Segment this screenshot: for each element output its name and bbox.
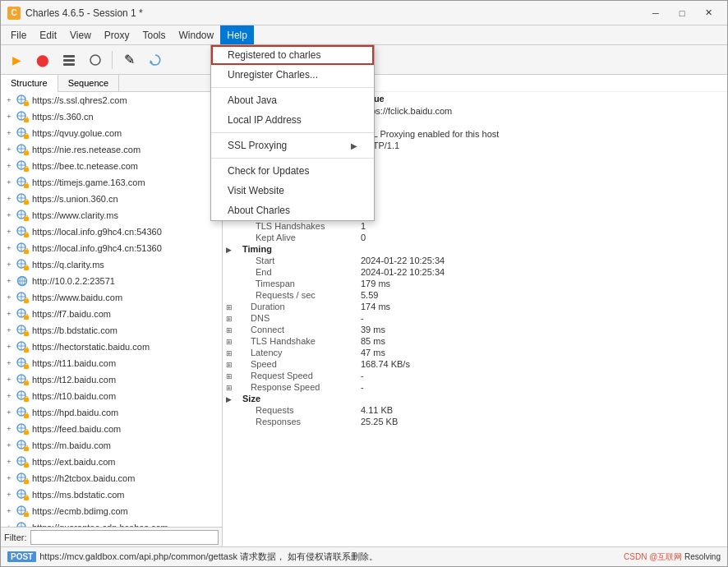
tree-item-label: https://ms.bdstatic.com	[32, 490, 124, 500]
tree-item[interactable]: + https://www.baidu.com	[1, 289, 222, 306]
tree-item[interactable]: + http://10.0.2.2:23571	[1, 273, 222, 289]
ssl-icon	[16, 242, 29, 255]
toolbar-pen-button[interactable]: ✎	[117, 48, 141, 71]
menu-item-registered[interactable]: Registered to charles	[211, 45, 374, 65]
tree-item[interactable]: + https://s.union.360.cn	[1, 191, 222, 207]
menu-item-ssl_proxying[interactable]: SSL Proxying▶	[211, 136, 374, 155]
menu-item-local_ip[interactable]: Local IP Address	[211, 110, 374, 130]
tree-expand-icon: +	[4, 161, 14, 171]
menu-help[interactable]: Help	[220, 25, 254, 44]
row-value: -	[354, 370, 727, 381]
toolbar-stop-button[interactable]: ⬤	[30, 48, 55, 71]
svg-rect-72	[24, 316, 29, 320]
menu-view[interactable]: View	[63, 25, 98, 44]
tree-item[interactable]: + https://s.360.cn	[1, 108, 222, 125]
ssl-icon	[16, 373, 29, 386]
toolbar-refresh-button[interactable]	[143, 48, 168, 71]
tree-item[interactable]: + https://local.info.g9hc4.cn:54360	[1, 224, 222, 240]
row-label: Start	[239, 255, 354, 266]
ssl-icon	[16, 110, 29, 123]
window-title: Charles 4.6.5 - Session 1 *	[25, 7, 143, 19]
toolbar-sep-1	[112, 51, 113, 69]
tree-item[interactable]: + https://ecmb.bdimg.com	[1, 503, 222, 519]
menu-edit[interactable]: Edit	[33, 25, 63, 44]
minimize-button[interactable]: ─	[643, 5, 668, 21]
toolbar-start-button[interactable]: ▶	[4, 48, 29, 71]
col-value-header: Value	[354, 92, 727, 105]
tree-item[interactable]: + https://nie.res.netease.com	[1, 141, 222, 158]
tree-item[interactable]: + https://ext.baidu.com	[1, 454, 222, 470]
tree-item[interactable]: + https://q.clarity.ms	[1, 256, 222, 273]
tree-item[interactable]: + https://qvuy.golue.com	[1, 125, 222, 141]
tab-structure[interactable]: Structure	[1, 75, 58, 92]
tree-item[interactable]: + https://feed.baidu.com	[1, 421, 222, 437]
tree-item[interactable]: + https://hpd.baidu.com	[1, 404, 222, 421]
row-value: https://fclick.baidu.com	[354, 105, 727, 117]
tree-item[interactable]: + https://t10.baidu.com	[1, 388, 222, 404]
menu-proxy[interactable]: Proxy	[98, 25, 136, 44]
expand-icon[interactable]: ⊞	[223, 301, 239, 312]
menu-tools[interactable]: Tools	[136, 25, 173, 44]
svg-rect-77	[24, 332, 29, 336]
menu-item-unregister[interactable]: Unregister Charles...	[211, 65, 374, 85]
tree-item[interactable]: + https://timejs.game.163.com	[1, 174, 222, 191]
tree-item[interactable]: + https://bee.tc.netease.com	[1, 158, 222, 174]
expand-icon[interactable]: ⊞	[223, 347, 239, 358]
tab-sequence[interactable]: Sequence	[58, 75, 120, 91]
expand-icon[interactable]: ⊞	[223, 335, 239, 347]
toolbar-session-button[interactable]	[57, 48, 81, 71]
expand-icon[interactable]: ⊞	[223, 324, 239, 335]
menu-item-visit_website[interactable]: Visit Website	[211, 181, 374, 201]
data-row: ▶ Size	[223, 393, 727, 404]
svg-rect-107	[24, 431, 29, 435]
tree-item-label: https://ecmb.bdimg.com	[32, 506, 128, 516]
expand-icon[interactable]: ⊞	[223, 312, 239, 324]
svg-rect-112	[24, 447, 29, 451]
expand-icon[interactable]: ⊞	[223, 370, 239, 381]
tree-expand-icon: +	[4, 243, 14, 253]
svg-rect-0	[63, 55, 75, 58]
svg-rect-8	[24, 102, 29, 106]
tree-item[interactable]: + https://m.baidu.com	[1, 437, 222, 454]
svg-rect-2	[63, 63, 75, 66]
row-value: 1	[354, 220, 727, 232]
svg-rect-53	[24, 250, 29, 254]
tree-item-label: https://www.clarity.ms	[32, 210, 118, 220]
tree-item[interactable]: + https://hectorstatic.baidu.com	[1, 339, 222, 355]
tree-expand-icon: +	[4, 112, 14, 122]
expand-icon[interactable]: ⊞	[223, 358, 239, 370]
menu-file[interactable]: File	[4, 25, 33, 44]
menu-item-about_java[interactable]: About Java	[211, 90, 374, 110]
row-label: End	[239, 266, 354, 278]
filter-input[interactable]	[30, 530, 219, 545]
tree-item[interactable]: + https://s.ssl.qhres2.com	[1, 92, 222, 108]
tree-container[interactable]: + https://s.ssl.qhres2.com+ https://s.36…	[1, 92, 222, 527]
tree-item[interactable]: + https://t12.baidu.com	[1, 371, 222, 388]
tree-item[interactable]: + https://b.bdstatic.com	[1, 322, 222, 339]
svg-rect-67	[24, 299, 29, 303]
tree-item[interactable]: + https://local.info.g9hc4.cn:51360	[1, 240, 222, 256]
tree-item[interactable]: + https://t11.baidu.com	[1, 355, 222, 371]
tree-item[interactable]: + https://h2tcbox.baidu.com	[1, 470, 222, 486]
status-method: POST	[7, 551, 36, 562]
menu-item-check_updates[interactable]: Check for Updates	[211, 161, 374, 181]
close-button[interactable]: ✕	[696, 5, 721, 21]
toolbar-clear-button[interactable]	[83, 48, 108, 71]
ssl-icon	[16, 143, 29, 156]
tree-item[interactable]: + https://ms.bdstatic.com	[1, 486, 222, 503]
ssl-icon	[16, 258, 29, 271]
row-label: Response Speed	[239, 381, 354, 393]
tree-item[interactable]: + https://www.clarity.ms	[1, 207, 222, 224]
tree-item[interactable]: + https://f7.baidu.com	[1, 306, 222, 322]
ssl-icon	[16, 439, 29, 452]
section-value	[354, 186, 727, 197]
menu-item-about_charles[interactable]: About Charles	[211, 201, 374, 220]
maximize-button[interactable]: □	[670, 5, 694, 21]
tree-item[interactable]: + https://guarantee.cdn.bcebos.com	[1, 519, 222, 527]
section-expand-icon[interactable]: ▶	[223, 243, 239, 255]
tree-expand-icon: +	[4, 457, 14, 467]
expand-icon[interactable]: ⊞	[223, 381, 239, 393]
menu-window[interactable]: Window	[173, 25, 221, 44]
spacer	[223, 404, 239, 416]
section-expand-icon[interactable]: ▶	[223, 393, 239, 404]
